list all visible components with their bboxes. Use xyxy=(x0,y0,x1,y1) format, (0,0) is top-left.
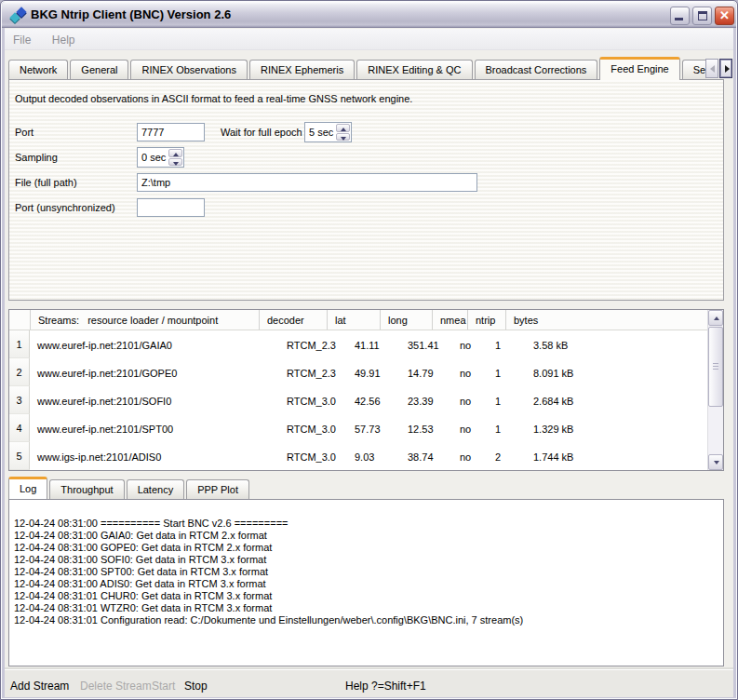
log-line: 12-04-24 08:31:00 SOFI0: Get data in RTC… xyxy=(14,554,716,566)
file-path-input[interactable] xyxy=(137,173,477,192)
cell-bytes: 8.091 kB xyxy=(526,358,707,386)
menu-file[interactable]: File xyxy=(5,29,39,47)
add-stream-button[interactable]: Add Stream xyxy=(10,680,69,693)
feed-engine-panel: Output decoded observations in ASCII for… xyxy=(8,79,724,301)
cell-decoder: RTCM_3.0 xyxy=(279,414,347,442)
cell-nmea: no xyxy=(452,358,488,386)
menu-help[interactable]: Help xyxy=(44,29,84,47)
cell-ntrip: 1 xyxy=(488,414,526,442)
app-window: BKG Ntrip Client (BNC) Version 2.6 ✕ Fil… xyxy=(0,0,738,700)
row-number[interactable]: 1 xyxy=(9,330,30,358)
menu-bar: File Help xyxy=(5,29,733,50)
triangle-down-icon xyxy=(173,162,179,166)
wait-spin-buttons xyxy=(336,123,351,141)
stop-button[interactable]: Stop xyxy=(184,680,208,693)
scrollbar-grip-icon xyxy=(713,363,718,370)
tab-network[interactable]: Network xyxy=(8,60,68,80)
table-row[interactable]: 1 www.euref-ip.net:2101/GAIA0 RTCM_2.3 4… xyxy=(9,330,707,358)
start-button[interactable]: Start xyxy=(152,680,175,693)
cell-long: 38.74 xyxy=(400,442,452,470)
tab-broadcast-corrections[interactable]: Broadcast Corrections xyxy=(475,60,598,80)
cell-long: 14.79 xyxy=(400,358,452,386)
tab-latency[interactable]: Latency xyxy=(127,479,185,499)
app-icon xyxy=(10,7,27,23)
cell-lat: 42.56 xyxy=(347,386,400,414)
tab-throughput[interactable]: Throughput xyxy=(49,479,124,499)
spin-down-button[interactable] xyxy=(168,158,182,167)
table-row[interactable]: 3 www.euref-ip.net:2101/SOFI0 RTCM_3.0 4… xyxy=(9,386,707,414)
sampling-value: 0 sec xyxy=(138,148,168,167)
log-line: 12-04-24 08:31:01 CHUR0: Get data in RTC… xyxy=(14,590,716,602)
wait-value: 5 sec xyxy=(305,123,336,141)
port-unsynchronized-label: Port (unsynchronized) xyxy=(15,202,115,213)
triangle-up-icon xyxy=(173,153,179,156)
wait-for-full-epoch-spinner[interactable]: 5 sec xyxy=(304,122,352,142)
header-long[interactable]: long xyxy=(380,310,432,330)
cell-ntrip: 2 xyxy=(488,442,526,470)
triangle-down-icon xyxy=(714,461,719,464)
tab-rinex-ephemeris[interactable]: RINEX Ephemeris xyxy=(249,60,355,80)
tab-general[interactable]: General xyxy=(70,60,128,80)
header-lat[interactable]: lat xyxy=(327,310,380,330)
tab-serial-output[interactable]: Serial Output xyxy=(682,60,706,80)
row-number[interactable]: 5 xyxy=(9,442,30,470)
streams-scrollbar[interactable] xyxy=(707,310,723,470)
streams-table: Streams: resource loader / mountpoint de… xyxy=(8,309,724,471)
row-number[interactable]: 4 xyxy=(9,414,30,442)
cell-nmea: no xyxy=(452,386,488,414)
cell-long: 23.39 xyxy=(400,386,452,414)
spin-down-button[interactable] xyxy=(336,133,350,141)
cell-lat: 9.03 xyxy=(347,442,400,470)
wait-for-full-epoch-label: Wait for full epoch xyxy=(221,127,302,138)
log-line: 12-04-24 08:31:00 GOPE0: Get data in RTC… xyxy=(14,542,716,554)
header-ntrip[interactable]: ntrip xyxy=(467,310,505,330)
table-row[interactable]: 5 www.igs-ip.net:2101/ADIS0 RTCM_3.0 9.0… xyxy=(9,442,707,470)
row-number[interactable]: 2 xyxy=(9,358,30,386)
spin-up-button[interactable] xyxy=(168,149,182,157)
tab-rinex-editing-qc[interactable]: RINEX Editing & QC xyxy=(356,60,472,80)
table-row[interactable]: 2 www.euref-ip.net:2101/GOPE0 RTCM_2.3 4… xyxy=(9,358,707,386)
cell-nmea: no xyxy=(452,330,488,358)
cell-ntrip: 1 xyxy=(488,386,526,414)
cell-lat: 49.91 xyxy=(347,358,400,386)
maximize-button[interactable] xyxy=(692,7,712,25)
scrollbar-thumb[interactable] xyxy=(708,327,723,407)
sampling-spinner[interactable]: 0 sec xyxy=(137,147,184,168)
delete-stream-button[interactable]: Delete Stream xyxy=(80,680,152,693)
log-line: 12-04-24 08:31:00 GAIA0: Get data in RTC… xyxy=(14,530,716,542)
cell-ntrip: 1 xyxy=(488,330,526,358)
header-decoder[interactable]: decoder xyxy=(259,310,327,330)
help-shortcut-label: Help ?=Shift+F1 xyxy=(345,680,426,693)
cell-mountpoint: www.igs-ip.net:2101/ADIS0 xyxy=(30,442,279,470)
port-unsynchronized-input[interactable] xyxy=(137,198,205,217)
tab-feed-engine[interactable]: Feed Engine xyxy=(599,57,679,80)
port-label: Port xyxy=(15,127,34,138)
port-input[interactable] xyxy=(137,123,205,141)
scroll-up-button[interactable] xyxy=(708,310,723,326)
tab-ppp-plot[interactable]: PPP Plot xyxy=(186,479,249,499)
table-row[interactable]: 4 www.euref-ip.net:2101/SPT00 RTCM_3.0 5… xyxy=(9,414,707,442)
scroll-down-button[interactable] xyxy=(708,454,723,470)
minimize-button[interactable] xyxy=(670,7,690,25)
header-bytes[interactable]: bytes xyxy=(505,310,707,330)
cell-lat: 41.11 xyxy=(347,330,400,358)
cell-long: 351.41 xyxy=(400,330,452,358)
sampling-label: Sampling xyxy=(15,152,58,163)
tab-scroll-right-button[interactable] xyxy=(719,59,732,78)
log-line: 12-04-24 08:31:00 ========== Start BNC v… xyxy=(14,518,716,530)
row-number[interactable]: 3 xyxy=(9,386,30,414)
log-line: 12-04-24 08:31:01 WTZR0: Get data in RTC… xyxy=(14,602,716,614)
cell-mountpoint: www.euref-ip.net:2101/GOPE0 xyxy=(30,358,279,386)
tab-scroll-left-button[interactable] xyxy=(705,59,718,78)
action-bar: Add Stream Delete Stream Start Stop Help… xyxy=(5,669,733,697)
header-nmea[interactable]: nmea xyxy=(432,310,467,330)
spin-up-button[interactable] xyxy=(336,124,350,132)
panel-description: Output decoded observations in ASCII for… xyxy=(15,93,412,104)
title-bar[interactable]: BKG Ntrip Client (BNC) Version 2.6 ✕ xyxy=(2,2,736,28)
tab-log[interactable]: Log xyxy=(8,477,47,499)
triangle-up-icon xyxy=(714,316,719,320)
header-mountpoint[interactable]: Streams: resource loader / mountpoint xyxy=(30,310,259,330)
tab-rinex-observations[interactable]: RINEX Observations xyxy=(130,60,247,80)
cell-bytes: 3.58 kB xyxy=(526,330,707,358)
close-button[interactable]: ✕ xyxy=(715,7,734,25)
